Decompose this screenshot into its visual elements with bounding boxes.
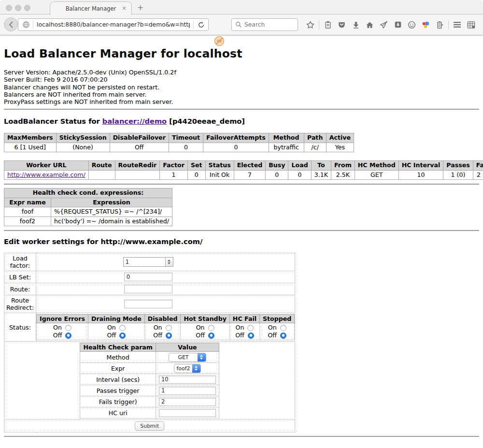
cell-hc-interval: 10: [398, 170, 443, 180]
tab-groups-button[interactable]: [464, 19, 478, 30]
method-row: Method GET: [80, 352, 219, 363]
col-expression: Expression: [51, 198, 172, 207]
send-tab-button[interactable]: [377, 19, 391, 30]
cell-expr-name: foof2: [4, 217, 51, 226]
paper-plane-icon: [379, 20, 388, 29]
lb-set-input[interactable]: [124, 273, 172, 281]
col-hc-interval: HC Interval: [398, 161, 443, 171]
radio-on-label: On: [196, 324, 205, 332]
col-expr-name: Expr name: [4, 198, 51, 207]
window-close-button[interactable]: [6, 5, 12, 11]
hc-params-row: Health Check param Value Method GET: [4, 342, 295, 420]
hc-fail-off-radio[interactable]: [248, 332, 254, 339]
draining-mode-radios: On Off: [88, 323, 144, 340]
route-input[interactable]: [124, 285, 172, 293]
number-stepper[interactable]: [165, 258, 173, 266]
hamburger-icon: [453, 21, 462, 29]
cell-route: [88, 170, 115, 180]
fails-label: Fails trigger): [80, 396, 156, 407]
lb-set-label: LB Set:: [4, 271, 36, 283]
menu-button[interactable]: [450, 19, 464, 30]
battery-extension-button[interactable]: ▾: [433, 19, 447, 30]
window-minimize-button[interactable]: [15, 5, 21, 11]
browser-tab[interactable]: Balancer Manager ×: [50, 1, 132, 15]
balancer-status-table: MaxMembers StickySession DisableFailover…: [4, 133, 354, 152]
passes-row: Passes trigger: [80, 385, 219, 396]
interval-label: Interval (secs): [80, 374, 156, 385]
hot-standby-off-radio[interactable]: [208, 332, 214, 339]
tab-title: Balancer Manager: [66, 5, 116, 12]
extension-colored-dots-button[interactable]: [419, 19, 433, 30]
back-button[interactable]: [4, 17, 18, 31]
ignore-errors-off-radio[interactable]: [65, 332, 71, 339]
tab-close-icon[interactable]: ×: [122, 5, 127, 12]
pocket-button[interactable]: [335, 19, 349, 30]
downloads-button[interactable]: [349, 19, 363, 30]
persist-notice-line: Balancer changes will NOT be persisted o…: [4, 84, 479, 91]
hc-fail-radios: On Off: [229, 323, 259, 340]
download-arrow-icon: [352, 20, 360, 29]
hc-uri-input[interactable]: [159, 409, 216, 417]
cell-method: bytraffic: [269, 143, 304, 152]
table-row: http://www.example.com/ 1 0 Init Ok 7 0 …: [4, 170, 483, 180]
url-bar[interactable]: localhost:8880/balancer-manager?b=demo&w…: [18, 18, 209, 31]
cell-hc-method: GET: [355, 170, 398, 180]
divider: [4, 184, 479, 185]
interval-row: Interval (secs): [80, 374, 219, 385]
ignore-errors-radios: On Off: [37, 323, 88, 340]
col-status: Status: [205, 161, 234, 171]
draining-mode-on-radio[interactable]: [119, 325, 126, 331]
square-download-icon: [394, 20, 402, 29]
passes-input[interactable]: [159, 387, 216, 395]
cell-fails: 2 (0): [473, 170, 483, 180]
hc-fail-on-radio[interactable]: [247, 325, 254, 331]
new-tab-button[interactable]: +: [137, 3, 143, 12]
hot-standby-on-radio[interactable]: [208, 325, 214, 331]
cell-failoverattempts: 0: [203, 143, 269, 152]
search-bar[interactable]: Search: [231, 18, 298, 31]
proxypass-notice-line: ProxyPass settings are NOT inherited fro…: [4, 98, 479, 105]
grid-icon: [467, 20, 476, 29]
colored-dots-icon: [421, 20, 430, 29]
route-label: Route:: [4, 283, 36, 295]
radio-off-label: Off: [235, 332, 244, 339]
window-zoom-button[interactable]: [24, 5, 30, 11]
col-hc-method: HC Method: [355, 161, 398, 171]
save-to-device-button[interactable]: [391, 19, 405, 30]
cell-disablefailover: Off: [110, 143, 169, 152]
window-controls[interactable]: [6, 5, 30, 11]
method-select[interactable]: GET: [169, 353, 206, 362]
edit-worker-heading: Edit worker settings for http://www.exam…: [4, 237, 479, 246]
home-button[interactable]: [363, 19, 377, 30]
inherit-notice-line: Balancers are NOT inherited from main se…: [4, 91, 479, 98]
bookmark-star-button[interactable]: [303, 19, 317, 30]
submit-button[interactable]: Submit: [135, 421, 164, 431]
reload-button[interactable]: [193, 20, 205, 29]
stopped-off-radio[interactable]: [280, 332, 286, 339]
ignore-errors-on-radio[interactable]: [65, 325, 71, 331]
feedback-button[interactable]: [405, 19, 419, 30]
disabled-on-radio[interactable]: [166, 325, 172, 331]
cell-elected: 7: [234, 170, 266, 180]
cell-expression: hc('body') =~ /domain is established/: [51, 217, 172, 226]
route-redirect-label: Route Redirect:: [4, 295, 36, 313]
load-factor-label: Load factor:: [4, 253, 36, 271]
radio-on-label: On: [235, 324, 244, 332]
fails-input[interactable]: [159, 398, 216, 406]
interval-input[interactable]: [159, 376, 216, 384]
draining-mode-off-radio[interactable]: [119, 332, 126, 339]
disabled-off-radio[interactable]: [166, 332, 172, 339]
clipboard-button[interactable]: [321, 19, 335, 30]
expr-select[interactable]: foof2: [174, 364, 201, 373]
stopped-on-radio[interactable]: [280, 325, 286, 331]
load-factor-input[interactable]: [124, 258, 165, 266]
url-text[interactable]: localhost:8880/balancer-manager?b=demo&w…: [37, 21, 190, 28]
cell-maxmembers: 6 [1 Used]: [4, 143, 57, 152]
disabled-radios: On Off: [144, 323, 181, 340]
route-redirect-input[interactable]: [124, 300, 172, 308]
content-blocker-icon[interactable]: [214, 36, 225, 48]
pocket-icon: [337, 20, 346, 29]
worker-url-link[interactable]: http://www.example.com/: [7, 171, 85, 178]
balancer-demo-link[interactable]: balancer://demo: [102, 117, 167, 125]
radio-off-label: Off: [196, 332, 205, 339]
